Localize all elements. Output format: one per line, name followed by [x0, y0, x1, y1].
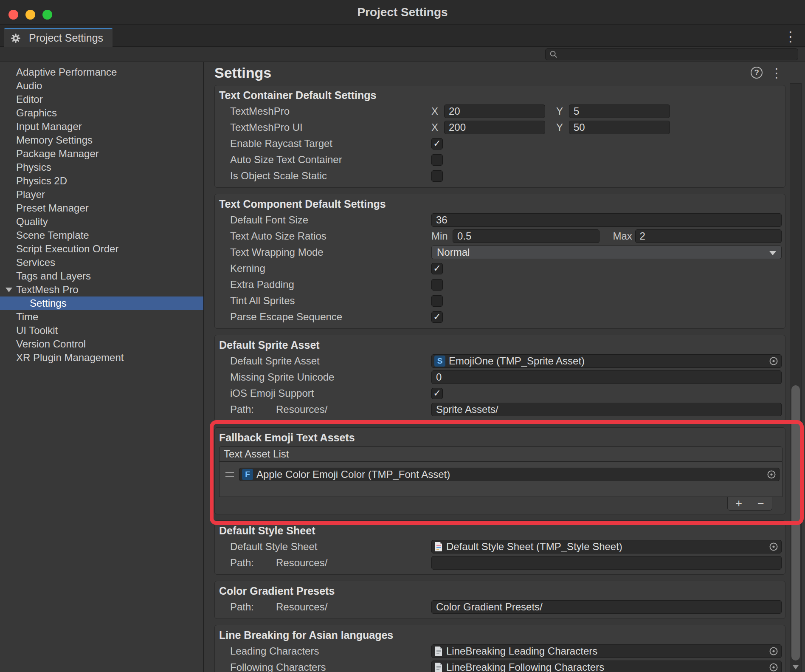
sidebar-item-graphics[interactable]: Graphics	[0, 106, 203, 120]
sidebar-item-time[interactable]: Time	[0, 310, 203, 324]
sidebar-item-xr-plugin-management[interactable]: XR Plugin Management	[0, 351, 203, 364]
settings-header: Settings ? ⋮	[204, 62, 805, 83]
setting-row-ios-emoji-support: iOS Emoji Support ✓	[215, 385, 785, 401]
default-font-size-input[interactable]: 36	[431, 213, 782, 227]
sprite-asset-path-input[interactable]: Sprite Assets/	[431, 403, 782, 416]
sidebar-item-physics[interactable]: Physics	[0, 161, 203, 174]
sidebar-item-editor[interactable]: Editor	[0, 93, 203, 106]
textmeshpro-y-input[interactable]: 5	[569, 104, 670, 118]
sidebar-item-memory-settings[interactable]: Memory Settings	[0, 133, 203, 147]
auto-size-text-container-checkbox[interactable]	[431, 154, 443, 166]
setting-row-default-font-size: Default Font Size 36	[215, 212, 785, 228]
path-label: Path:	[230, 557, 276, 569]
setting-row-style-sheet-path: Path: Resources/	[215, 555, 785, 571]
sidebar-item-package-manager[interactable]: Package Manager	[0, 147, 203, 161]
search-input[interactable]	[545, 48, 798, 60]
help-icon[interactable]: ?	[751, 67, 763, 79]
sidebar-item-settings[interactable]: Settings	[0, 296, 203, 310]
sidebar-item-textmesh-pro[interactable]: TextMesh Pro	[0, 283, 203, 296]
text-asset-list-header[interactable]: Text Asset List	[219, 446, 782, 462]
sidebar-item-script-execution-order[interactable]: Script Execution Order	[0, 242, 203, 256]
textmeshpro-x-input[interactable]: 20	[444, 104, 545, 118]
fallback-font-asset-field[interactable]: F Apple Color Emoji Color (TMP_Font Asse…	[239, 468, 780, 481]
sidebar-item-physics-2d[interactable]: Physics 2D	[0, 174, 203, 188]
object-picker-icon[interactable]	[765, 662, 779, 672]
setting-row-default-sprite-asset: Default Sprite Asset S EmojiOne (TMP_Spr…	[215, 353, 785, 369]
text-asset-list: Text Asset List F Apple Color Emoji Colo…	[219, 446, 782, 511]
remove-button[interactable]: −	[757, 498, 764, 509]
field-value: 5	[574, 105, 579, 117]
missing-sprite-unicode-input[interactable]: 0	[431, 370, 782, 384]
color-gradient-path-input[interactable]: Color Gradient Presets/	[431, 600, 782, 614]
object-picker-icon[interactable]	[765, 356, 779, 366]
textmeshpro-ui-x-input[interactable]: 200	[444, 121, 545, 134]
sidebar-item-player[interactable]: Player	[0, 188, 203, 201]
add-button[interactable]: +	[735, 498, 742, 509]
y-axis-label: Y	[556, 121, 569, 133]
sidebar-item-label: Preset Manager	[16, 202, 89, 214]
close-button[interactable]	[8, 10, 18, 20]
scroll-down-arrow-icon[interactable]	[793, 665, 799, 669]
kebab-menu-icon[interactable]: ⋮	[784, 28, 797, 45]
min-label: Min	[431, 230, 453, 242]
default-style-sheet-field[interactable]: Default Style Sheet (TMP_Style Sheet)	[431, 540, 782, 553]
sidebar-item-label: Version Control	[16, 338, 86, 350]
scrollbar-thumb[interactable]	[791, 385, 800, 661]
default-sprite-asset-field[interactable]: S EmojiOne (TMP_Sprite Asset)	[431, 354, 782, 368]
kerning-checkbox[interactable]: ✓	[431, 263, 443, 274]
sidebar-item-preset-manager[interactable]: Preset Manager	[0, 201, 203, 215]
enable-raycast-target-checkbox[interactable]: ✓	[431, 138, 443, 150]
sidebar-item-ui-toolkit[interactable]: UI Toolkit	[0, 324, 203, 337]
tint-all-sprites-checkbox[interactable]	[431, 295, 443, 307]
object-picker-icon[interactable]	[765, 646, 779, 656]
leading-characters-field[interactable]: LineBreaking Leading Characters	[431, 644, 782, 658]
section-heading: Default Style Sheet	[215, 522, 785, 539]
setting-row-parse-escape-sequence: Parse Escape Sequence ✓	[215, 309, 785, 325]
field-value: 20	[449, 105, 460, 117]
setting-row-text-auto-size-ratios: Text Auto Size Ratios Min 0.5 Max 2	[215, 228, 785, 244]
maximize-button[interactable]	[42, 10, 52, 20]
ios-emoji-support-checkbox[interactable]: ✓	[431, 388, 443, 399]
field-value: Sprite Assets/	[436, 404, 498, 415]
sidebar-item-input-manager[interactable]: Input Manager	[0, 120, 203, 133]
tab-project-settings[interactable]: Project Settings	[4, 28, 113, 47]
object-picker-icon[interactable]	[763, 469, 777, 480]
sidebar-item-tags-and-layers[interactable]: Tags and Layers	[0, 269, 203, 283]
field-value: 50	[574, 121, 585, 133]
auto-size-max-input[interactable]: 2	[635, 229, 782, 243]
sidebar-item-label: Editor	[16, 93, 43, 105]
setting-row-default-style-sheet: Default Style Sheet Default Style Sheet …	[215, 539, 785, 555]
sidebar-item-adaptive-performance[interactable]: Adaptive Performance	[0, 65, 203, 79]
path-label: Path:	[230, 601, 276, 613]
sidebar-item-label: Input Manager	[16, 121, 82, 132]
drag-handle-icon[interactable]	[225, 472, 234, 477]
sidebar-item-quality[interactable]: Quality	[0, 215, 203, 229]
text-wrapping-mode-dropdown[interactable]: Normal	[431, 246, 782, 259]
foldout-triangle-icon[interactable]	[6, 288, 12, 292]
textmeshpro-ui-y-input[interactable]: 50	[569, 121, 670, 134]
project-settings-window: Project Settings Project Settings ⋮	[0, 0, 805, 672]
list-item[interactable]: F Apple Color Emoji Color (TMP_Font Asse…	[222, 465, 780, 484]
y-axis-label: Y	[556, 105, 569, 117]
setting-label: Extra Padding	[230, 279, 431, 291]
is-object-scale-static-checkbox[interactable]	[431, 170, 443, 182]
sidebar-item-scene-template[interactable]: Scene Template	[0, 229, 203, 242]
sidebar-item-audio[interactable]: Audio	[0, 79, 203, 93]
sidebar-item-label: Memory Settings	[16, 134, 93, 146]
style-sheet-icon	[434, 542, 443, 552]
vertical-scrollbar[interactable]	[790, 83, 802, 672]
following-characters-field[interactable]: LineBreaking Following Characters	[431, 661, 782, 672]
sidebar-item-version-control[interactable]: Version Control	[0, 337, 203, 351]
parse-escape-sequence-checkbox[interactable]: ✓	[431, 311, 443, 323]
object-picker-icon[interactable]	[765, 542, 779, 552]
section-default-sprite-asset: Default Sprite Asset Default Sprite Asse…	[214, 335, 785, 421]
setting-label: Following Characters	[230, 661, 431, 672]
object-field-value: LineBreaking Leading Characters	[446, 645, 597, 657]
extra-padding-checkbox[interactable]	[431, 279, 443, 291]
auto-size-min-input[interactable]: 0.5	[453, 229, 600, 243]
minimize-button[interactable]	[25, 10, 35, 20]
sidebar-item-services[interactable]: Services	[0, 256, 203, 269]
section-default-style-sheet: Default Style Sheet Default Style Sheet …	[214, 520, 785, 575]
style-sheet-path-input[interactable]	[431, 556, 782, 570]
kebab-menu-icon[interactable]: ⋮	[770, 65, 783, 80]
